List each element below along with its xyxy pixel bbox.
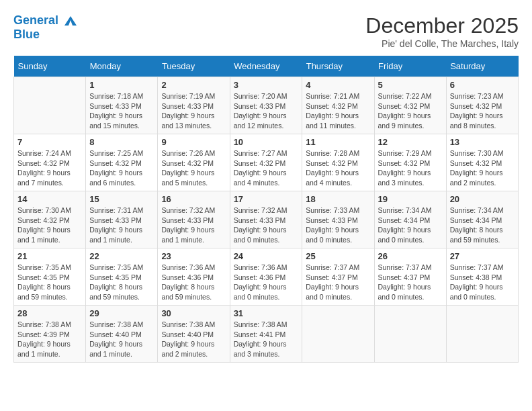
col-header-friday: Friday — [374, 56, 446, 77]
day-number: 31 — [234, 308, 299, 318]
day-number: 1 — [89, 80, 154, 90]
calendar-cell: 7Sunrise: 7:24 AMSunset: 4:32 PMDaylight… — [14, 134, 86, 191]
calendar-cell: 21Sunrise: 7:35 AMSunset: 4:35 PMDayligh… — [14, 248, 86, 306]
calendar-cell: 2Sunrise: 7:19 AMSunset: 4:33 PMDaylight… — [158, 77, 230, 134]
col-header-sunday: Sunday — [14, 56, 86, 77]
page-header: General Blue December 2025 Pie' del Coll… — [13, 13, 519, 49]
calendar-cell: 5Sunrise: 7:22 AMSunset: 4:32 PMDaylight… — [374, 77, 446, 134]
day-info: Sunrise: 7:18 AMSunset: 4:33 PMDaylight:… — [89, 91, 154, 131]
day-number: 9 — [161, 137, 226, 147]
calendar-cell — [302, 306, 374, 363]
day-info: Sunrise: 7:34 AMSunset: 4:34 PMDaylight:… — [378, 205, 443, 245]
day-info: Sunrise: 7:20 AMSunset: 4:33 PMDaylight:… — [234, 91, 299, 131]
day-info: Sunrise: 7:30 AMSunset: 4:32 PMDaylight:… — [450, 148, 515, 188]
calendar-cell — [14, 77, 86, 134]
day-number: 24 — [234, 251, 299, 261]
logo: General Blue — [13, 13, 78, 42]
day-number: 21 — [17, 251, 82, 261]
day-info: Sunrise: 7:31 AMSunset: 4:33 PMDaylight:… — [89, 205, 154, 245]
day-number: 12 — [378, 137, 443, 147]
day-info: Sunrise: 7:37 AMSunset: 4:37 PMDaylight:… — [306, 263, 370, 302]
day-info: Sunrise: 7:36 AMSunset: 4:36 PMDaylight:… — [161, 263, 226, 302]
day-number: 26 — [378, 251, 443, 261]
calendar-cell: 22Sunrise: 7:35 AMSunset: 4:35 PMDayligh… — [86, 248, 158, 306]
calendar-cell: 6Sunrise: 7:23 AMSunset: 4:32 PMDaylight… — [446, 77, 518, 134]
day-info: Sunrise: 7:25 AMSunset: 4:32 PMDaylight:… — [89, 148, 154, 188]
day-number: 2 — [161, 80, 226, 90]
day-number: 10 — [234, 137, 299, 147]
col-header-wednesday: Wednesday — [230, 56, 302, 77]
calendar-cell: 16Sunrise: 7:32 AMSunset: 4:33 PMDayligh… — [158, 191, 230, 248]
week-row-4: 21Sunrise: 7:35 AMSunset: 4:35 PMDayligh… — [14, 248, 519, 306]
col-header-monday: Monday — [86, 56, 158, 77]
logo-text: General — [13, 13, 78, 28]
day-info: Sunrise: 7:30 AMSunset: 4:32 PMDaylight:… — [17, 205, 82, 245]
day-info: Sunrise: 7:38 AMSunset: 4:40 PMDaylight:… — [89, 320, 154, 359]
day-number: 5 — [378, 80, 443, 90]
day-info: Sunrise: 7:33 AMSunset: 4:33 PMDaylight:… — [306, 205, 370, 245]
location: Pie' del Colle, The Marches, Italy — [365, 38, 519, 49]
day-info: Sunrise: 7:24 AMSunset: 4:32 PMDaylight:… — [17, 148, 82, 188]
col-header-tuesday: Tuesday — [158, 56, 230, 77]
day-number: 13 — [450, 137, 515, 147]
title-section: December 2025 Pie' del Colle, The Marche… — [365, 13, 519, 49]
day-number: 18 — [306, 194, 370, 204]
day-number: 7 — [17, 137, 82, 147]
calendar-cell: 13Sunrise: 7:30 AMSunset: 4:32 PMDayligh… — [446, 134, 518, 191]
calendar-cell: 23Sunrise: 7:36 AMSunset: 4:36 PMDayligh… — [158, 248, 230, 306]
month-title: December 2025 — [365, 13, 519, 38]
calendar-cell: 19Sunrise: 7:34 AMSunset: 4:34 PMDayligh… — [374, 191, 446, 248]
day-number: 20 — [450, 194, 515, 204]
col-header-saturday: Saturday — [446, 56, 518, 77]
day-info: Sunrise: 7:27 AMSunset: 4:32 PMDaylight:… — [234, 148, 299, 188]
calendar-cell: 30Sunrise: 7:38 AMSunset: 4:40 PMDayligh… — [158, 306, 230, 363]
day-info: Sunrise: 7:26 AMSunset: 4:32 PMDaylight:… — [161, 148, 226, 188]
calendar-cell: 31Sunrise: 7:38 AMSunset: 4:41 PMDayligh… — [230, 306, 302, 363]
calendar-cell: 15Sunrise: 7:31 AMSunset: 4:33 PMDayligh… — [86, 191, 158, 248]
day-info: Sunrise: 7:38 AMSunset: 4:40 PMDaylight:… — [161, 320, 226, 359]
day-info: Sunrise: 7:36 AMSunset: 4:36 PMDaylight:… — [234, 263, 299, 302]
day-number: 15 — [89, 194, 154, 204]
day-number: 6 — [450, 80, 515, 90]
day-number: 29 — [89, 308, 154, 318]
calendar-cell: 29Sunrise: 7:38 AMSunset: 4:40 PMDayligh… — [86, 306, 158, 363]
calendar-cell: 4Sunrise: 7:21 AMSunset: 4:32 PMDaylight… — [302, 77, 374, 134]
day-info: Sunrise: 7:28 AMSunset: 4:32 PMDaylight:… — [306, 148, 370, 188]
calendar-cell — [446, 306, 518, 363]
calendar-cell: 11Sunrise: 7:28 AMSunset: 4:32 PMDayligh… — [302, 134, 374, 191]
day-number: 23 — [161, 251, 226, 261]
day-info: Sunrise: 7:32 AMSunset: 4:33 PMDaylight:… — [234, 205, 299, 245]
calendar-cell: 8Sunrise: 7:25 AMSunset: 4:32 PMDaylight… — [86, 134, 158, 191]
calendar-cell: 27Sunrise: 7:37 AMSunset: 4:38 PMDayligh… — [446, 248, 518, 306]
calendar-table: SundayMondayTuesdayWednesdayThursdayFrid… — [13, 56, 519, 363]
calendar-header-row: SundayMondayTuesdayWednesdayThursdayFrid… — [14, 56, 519, 77]
day-info: Sunrise: 7:22 AMSunset: 4:32 PMDaylight:… — [378, 91, 443, 131]
day-number: 22 — [89, 251, 154, 261]
day-info: Sunrise: 7:37 AMSunset: 4:38 PMDaylight:… — [450, 263, 515, 302]
calendar-cell: 20Sunrise: 7:34 AMSunset: 4:34 PMDayligh… — [446, 191, 518, 248]
day-number: 19 — [378, 194, 443, 204]
day-number: 25 — [306, 251, 370, 261]
calendar-cell: 14Sunrise: 7:30 AMSunset: 4:32 PMDayligh… — [14, 191, 86, 248]
calendar-cell — [374, 306, 446, 363]
day-info: Sunrise: 7:23 AMSunset: 4:32 PMDaylight:… — [450, 91, 515, 131]
day-info: Sunrise: 7:38 AMSunset: 4:39 PMDaylight:… — [17, 320, 82, 359]
calendar-cell: 10Sunrise: 7:27 AMSunset: 4:32 PMDayligh… — [230, 134, 302, 191]
day-number: 8 — [89, 137, 154, 147]
day-info: Sunrise: 7:35 AMSunset: 4:35 PMDaylight:… — [89, 263, 154, 302]
day-number: 17 — [234, 194, 299, 204]
calendar-cell: 18Sunrise: 7:33 AMSunset: 4:33 PMDayligh… — [302, 191, 374, 248]
calendar-cell: 17Sunrise: 7:32 AMSunset: 4:33 PMDayligh… — [230, 191, 302, 248]
day-info: Sunrise: 7:19 AMSunset: 4:33 PMDaylight:… — [161, 91, 226, 131]
week-row-1: 1Sunrise: 7:18 AMSunset: 4:33 PMDaylight… — [14, 77, 519, 134]
day-info: Sunrise: 7:29 AMSunset: 4:32 PMDaylight:… — [378, 148, 443, 188]
day-info: Sunrise: 7:37 AMSunset: 4:37 PMDaylight:… — [378, 263, 443, 302]
week-row-5: 28Sunrise: 7:38 AMSunset: 4:39 PMDayligh… — [14, 306, 519, 363]
day-info: Sunrise: 7:38 AMSunset: 4:41 PMDaylight:… — [234, 320, 299, 359]
day-info: Sunrise: 7:34 AMSunset: 4:34 PMDaylight:… — [450, 205, 515, 245]
calendar-cell: 24Sunrise: 7:36 AMSunset: 4:36 PMDayligh… — [230, 248, 302, 306]
col-header-thursday: Thursday — [302, 56, 374, 77]
calendar-cell: 12Sunrise: 7:29 AMSunset: 4:32 PMDayligh… — [374, 134, 446, 191]
calendar-cell: 9Sunrise: 7:26 AMSunset: 4:32 PMDaylight… — [158, 134, 230, 191]
day-number: 4 — [306, 80, 370, 90]
